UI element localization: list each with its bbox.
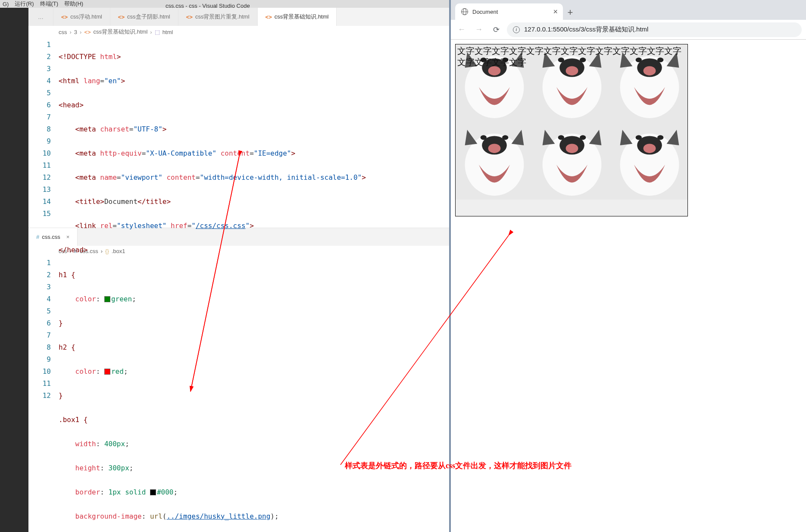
- tab-label: css背景基础知识.html: [275, 13, 329, 21]
- site-info-icon[interactable]: i: [513, 26, 520, 33]
- svg-point-27: [566, 144, 578, 153]
- browser-toolbar: ← → ⟳ i 127.0.0.1:5500/css/3/css背景基础知识.h…: [451, 20, 806, 40]
- tab-label: css浮动.html: [70, 13, 102, 21]
- browser-viewport: 文字文字文字文字文字文字文字文字文字文字文字文字文字文字文字文字文字: [451, 40, 806, 532]
- tab-close-icon[interactable]: ×: [553, 7, 558, 16]
- menu-terminal[interactable]: 终端(T): [40, 0, 59, 8]
- bg-tile: [611, 122, 688, 200]
- gutter: 123456789101112: [28, 257, 59, 532]
- color-swatch-black[interactable]: [150, 489, 156, 495]
- svg-point-34: [636, 135, 642, 140]
- crumb[interactable]: 3: [74, 29, 77, 35]
- html-icon: <>: [186, 14, 193, 20]
- svg-point-22: [481, 135, 487, 140]
- svg-point-35: [657, 135, 663, 140]
- forward-button[interactable]: →: [472, 23, 485, 36]
- svg-point-21: [488, 144, 501, 153]
- tab-css-bg-basics[interactable]: <>css背景基础知识.html: [258, 8, 337, 26]
- url-text: 127.0.0.1:5500/css/3/css背景基础知识.html: [524, 25, 648, 34]
- annotation-text: 样式表是外链式的，路径要从css文件出发，这样才能找到图片文件: [345, 460, 572, 471]
- crumb[interactable]: html: [162, 29, 173, 35]
- menubar-prefix: G): [3, 1, 9, 7]
- crumb[interactable]: css: [59, 29, 67, 35]
- symbol-icon: ⬚: [155, 29, 160, 35]
- svg-point-29: [580, 135, 586, 140]
- back-button[interactable]: ←: [455, 23, 468, 36]
- chevron-icon: ›: [70, 29, 72, 35]
- vscode-window: G) 运行(R) 终端(T) 帮助(H) css.css - css - Vis…: [0, 0, 449, 532]
- tabs-overflow[interactable]: …: [28, 8, 53, 26]
- color-swatch-red[interactable]: [104, 369, 110, 375]
- browser-tabstrip: Document × +: [451, 0, 806, 20]
- vscode-activity-bar: [0, 8, 28, 532]
- crumb[interactable]: css背景基础知识.html: [94, 28, 148, 36]
- bg-tile: [611, 200, 688, 216]
- demo-box1: 文字文字文字文字文字文字文字文字文字文字文字文字文字文字文字文字文字: [455, 44, 688, 216]
- tab-css-bg-repeat[interactable]: <>css背景图片重复.html: [178, 8, 258, 26]
- html-icon: <>: [118, 14, 125, 20]
- tab-label: css背景图片重复.html: [195, 13, 250, 21]
- reload-button[interactable]: ⟳: [490, 23, 503, 36]
- color-swatch-green[interactable]: [104, 296, 110, 302]
- editor-html[interactable]: 123456789101112131415 <!DOCTYPE html> <h…: [28, 38, 449, 228]
- tab-label: css盒子阴影.html: [127, 13, 170, 21]
- address-bar[interactable]: i 127.0.0.1:5500/css/3/css背景基础知识.html: [507, 22, 802, 37]
- vscode-tabs-top: … <>css浮动.html <>css盒子阴影.html <>css背景图片重…: [28, 8, 449, 26]
- svg-point-28: [558, 135, 564, 140]
- bg-tile: [456, 122, 533, 200]
- chevron-icon: ›: [80, 29, 81, 35]
- browser-tab-title: Document: [472, 9, 498, 15]
- box1-text: 文字文字文字文字文字文字文字文字文字文字文字文字文字文字文字文字文字: [457, 45, 686, 68]
- tab-css-box-shadow[interactable]: <>css盒子阴影.html: [110, 8, 178, 26]
- vscode-window-title: css.css - css - Visual Studio Code: [166, 3, 250, 9]
- editor-css[interactable]: 123456789101112 h1 { color: green; } h2 …: [28, 256, 449, 532]
- chevron-icon: ›: [150, 29, 152, 35]
- bg-tile: [456, 200, 533, 216]
- bg-tile: [533, 200, 611, 216]
- menu-run[interactable]: 运行(R): [15, 0, 34, 8]
- code-body[interactable]: h1 { color: green; } h2 { color: red; } …: [59, 257, 449, 532]
- breadcrumb-top[interactable]: css› 3› <>css背景基础知识.html› ⬚html: [28, 26, 449, 38]
- tab-css-float[interactable]: <>css浮动.html: [53, 8, 110, 26]
- svg-point-23: [502, 135, 508, 140]
- globe-icon: [461, 8, 468, 15]
- html-icon: <>: [266, 14, 272, 20]
- html-icon: <>: [84, 29, 91, 35]
- browser-window: Document × + ← → ⟳ i 127.0.0.1:5500/css/…: [449, 0, 806, 532]
- svg-point-33: [644, 144, 656, 153]
- html-icon: <>: [61, 14, 68, 20]
- menu-help[interactable]: 帮助(H): [64, 0, 83, 8]
- new-tab-button[interactable]: +: [563, 5, 578, 20]
- bg-tile: [533, 122, 611, 200]
- browser-tab-active[interactable]: Document ×: [455, 3, 563, 20]
